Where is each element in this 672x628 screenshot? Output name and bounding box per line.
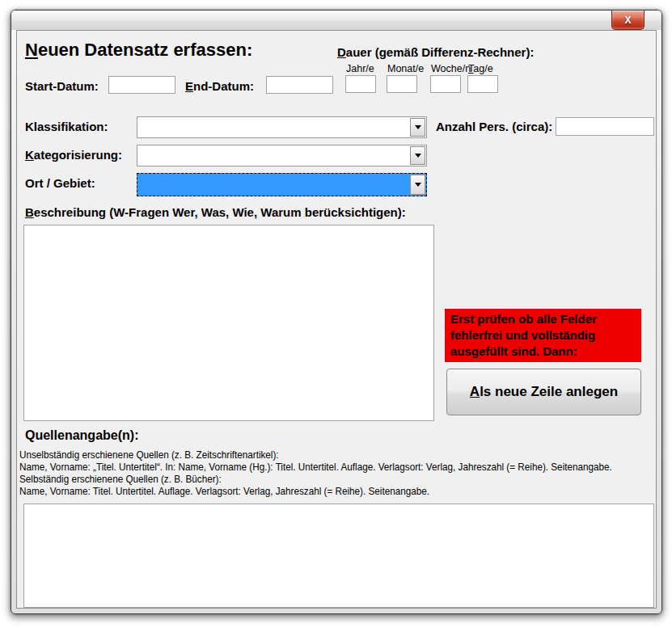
dialog-client-area: Neuen Datensatz erfassen: Dauer (gemäß D…: [16, 30, 657, 609]
quellen-hints: Unselbständig erschienene Quellen (z. B.…: [19, 449, 612, 497]
quellen-hint-line: Selbständig erschienene Quellen (z. B. B…: [19, 473, 612, 485]
chevron-down-icon: [415, 125, 421, 129]
ort-gebiet-label: Ort / Gebiet:: [25, 176, 95, 190]
beschreibung-label: Beschreibung (W-Fragen Wer, Was, Wie, Wa…: [25, 205, 406, 219]
dialog-window: X Neuen Datensatz erfassen: Dauer (gemäß…: [11, 10, 662, 614]
week-input[interactable]: [430, 75, 461, 93]
kategorisierung-dropdown-button[interactable]: [410, 146, 425, 165]
beschreibung-textarea[interactable]: [23, 225, 434, 421]
quellen-textarea[interactable]: [23, 504, 654, 608]
month-input[interactable]: [387, 75, 417, 93]
klassifikation-combobox[interactable]: [137, 116, 427, 138]
end-date-label: End-Datum:: [185, 79, 254, 93]
titlebar[interactable]: X: [11, 11, 661, 30]
quellen-section-label: Quellenangabe(n):: [25, 428, 138, 443]
ort-gebiet-dropdown-button[interactable]: [410, 175, 425, 195]
klassifikation-label: Klassifikation:: [25, 120, 108, 133]
chevron-down-icon: [415, 154, 421, 158]
start-date-input[interactable]: [108, 76, 175, 94]
close-button[interactable]: X: [611, 11, 645, 30]
submit-button[interactable]: Als neue Zeile anlegen: [446, 369, 641, 415]
anzahl-personen-input[interactable]: [556, 117, 654, 136]
kategorisierung-combobox[interactable]: [137, 145, 427, 166]
ort-gebiet-combobox[interactable]: [137, 173, 427, 196]
kategorisierung-label: Kategorisierung:: [25, 148, 122, 162]
close-icon: X: [624, 15, 631, 25]
year-label: Jahr/e: [346, 63, 376, 74]
quellen-hint-line: Name, Vorname: „Titel. Untertitel“. In: …: [19, 461, 612, 473]
duration-day-field: Tag/e: [467, 63, 498, 93]
day-input[interactable]: [467, 75, 498, 93]
anzahl-personen-label: Anzahl Pers. (circa):: [436, 120, 552, 133]
start-date-label: Start-Datum:: [25, 79, 99, 93]
duration-month-field: Monat/e: [387, 63, 424, 93]
week-label: Woche/n: [431, 63, 471, 74]
year-input[interactable]: [345, 75, 376, 93]
form-heading: Neuen Datensatz erfassen:: [25, 40, 252, 61]
klassifikation-dropdown-button[interactable]: [410, 118, 425, 137]
month-label: Monat/e: [387, 63, 424, 74]
day-label: Tag/e: [468, 63, 498, 74]
duration-year-field: Jahr/e: [345, 63, 376, 93]
duration-section-label: Dauer (gemäß Differenz-Rechner):: [337, 45, 534, 59]
quellen-hint-line: Unselbständig erschienene Quellen (z. B.…: [19, 449, 612, 461]
end-date-input[interactable]: [266, 76, 333, 94]
quellen-hint-line: Name, Vorname: Titel. Untertitel. Auflag…: [19, 485, 612, 497]
chevron-down-icon: [415, 183, 421, 187]
warning-note: Erst prüfen ob alle Felder fehlerfrei un…: [445, 309, 641, 362]
duration-week-field: Woche/n: [430, 63, 471, 93]
